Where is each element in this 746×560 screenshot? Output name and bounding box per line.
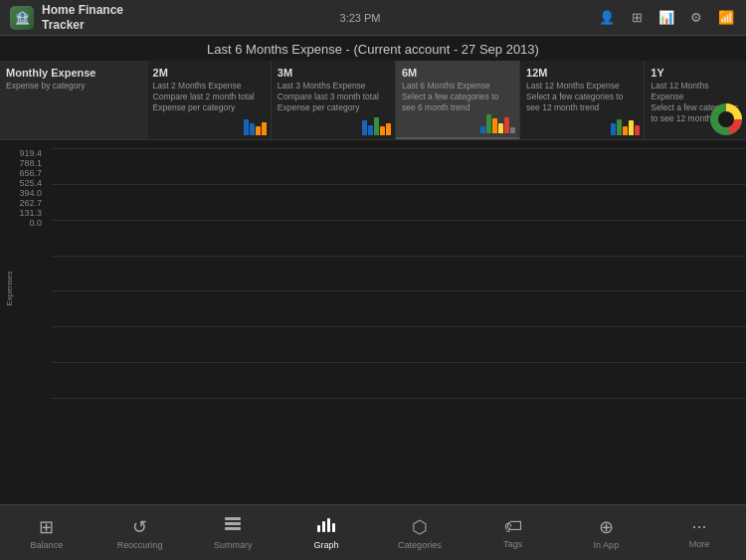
balance-icon: ⊞ xyxy=(39,516,54,538)
period-2m-label: 2M xyxy=(153,67,265,79)
nav-categories[interactable]: ⬡ Categories xyxy=(373,505,466,560)
period-selector: Monthly Expense Expense by category 2M L… xyxy=(0,61,746,140)
x-axis-label: grooming xyxy=(653,427,696,429)
app-title: Home Finance Tracker xyxy=(42,3,123,32)
settings-icon[interactable]: ⚙ xyxy=(686,10,706,26)
x-axis-label: Gifts xyxy=(285,427,329,429)
chart-icon[interactable]: 📊 xyxy=(656,10,676,26)
grid-icon[interactable]: ⊞ xyxy=(627,10,647,26)
nav-summary-label: Summary xyxy=(214,540,253,550)
nav-tags-label: Tags xyxy=(503,539,522,549)
period-1y-pie xyxy=(710,103,742,135)
summary-icon xyxy=(223,515,243,538)
chart-inner: Auto Maintena...ClothingDining OutEntert… xyxy=(52,148,746,429)
svg-rect-8 xyxy=(332,523,335,532)
more-icon: ··· xyxy=(692,516,707,537)
nav-summary[interactable]: Summary xyxy=(187,505,280,560)
wifi-icon: 📶 xyxy=(716,10,736,26)
x-axis-label: domestic utili... xyxy=(561,427,605,429)
x-axis-label: Work xyxy=(468,427,512,429)
nav-graph-label: Graph xyxy=(314,540,339,550)
period-card-1y[interactable]: 1Y Last 12 Months Expense Select a few c… xyxy=(645,61,746,139)
x-axis-label: gadgets xyxy=(607,427,651,429)
svg-rect-3 xyxy=(225,522,241,525)
y-label-3: 525.4 xyxy=(19,178,42,188)
top-bar-actions: 👤 ⊞ 📊 ⚙ 📶 xyxy=(597,10,736,26)
nav-more[interactable]: ··· More xyxy=(653,505,746,560)
y-label-7: 0.0 xyxy=(29,218,42,228)
svg-rect-4 xyxy=(225,527,241,530)
y-label-6: 131.3 xyxy=(19,208,42,218)
nav-balance[interactable]: ⊞ Balance xyxy=(0,505,93,560)
chart-title: Last 6 Months Expense - (Current account… xyxy=(0,36,746,61)
x-axis-label: Clothing xyxy=(101,427,145,429)
app-branding: 🏦 Home Finance Tracker xyxy=(10,3,123,32)
nav-tags[interactable]: 🏷 Tags xyxy=(466,505,560,560)
bars-container xyxy=(52,148,746,399)
nav-categories-label: Categories xyxy=(398,540,442,550)
clock: 3:23 PM xyxy=(340,12,381,24)
x-axis-label: Food & Groceri... xyxy=(240,427,283,429)
top-bar: 🏦 Home Finance Tracker 3:23 PM 👤 ⊞ 📊 ⚙ 📶 xyxy=(0,0,746,36)
inapp-icon: ⊕ xyxy=(599,516,614,538)
period-3m-mini xyxy=(362,105,391,135)
x-axis-label: car fuel xyxy=(514,427,558,429)
nav-inapp-label: In App xyxy=(594,540,620,550)
reoccuring-icon: ↺ xyxy=(132,516,147,538)
graph-icon xyxy=(315,515,337,538)
period-6m-mini xyxy=(480,103,515,133)
x-axis-label: Property xyxy=(331,427,375,429)
nav-more-label: More xyxy=(689,539,710,549)
x-axis-label: Savings xyxy=(377,427,421,429)
svg-rect-6 xyxy=(322,521,325,532)
x-axis: Auto Maintena...ClothingDining OutEntert… xyxy=(52,427,746,429)
svg-rect-7 xyxy=(327,518,330,532)
period-6m-label: 6M xyxy=(402,67,513,79)
nav-graph[interactable]: Graph xyxy=(280,505,373,560)
period-12m-mini xyxy=(611,105,640,135)
y-label-1: 788.1 xyxy=(19,158,42,168)
period-1y-label: 1Y xyxy=(651,67,740,79)
period-card-6m[interactable]: 6M Last 6 Months Expense Select a few ca… xyxy=(396,61,520,139)
nav-reoccuring[interactable]: ↺ Reoccuring xyxy=(93,505,187,560)
period-3m-label: 3M xyxy=(278,67,389,79)
main-chart: Expenses 919.4 788.1 656.7 525.4 394.0 2… xyxy=(0,140,746,429)
bottom-nav: ⊞ Balance ↺ Reoccuring Summary Graph ⬡ C… xyxy=(0,504,746,560)
x-axis-label: Dining Out xyxy=(147,427,191,429)
y-label-2: 656.7 xyxy=(19,168,42,178)
svg-point-1 xyxy=(718,111,734,127)
x-axis-label: medical xyxy=(698,427,742,429)
y-axis-container: Expenses 919.4 788.1 656.7 525.4 394.0 2… xyxy=(0,148,52,429)
nav-balance-label: Balance xyxy=(31,540,64,550)
svg-rect-5 xyxy=(317,525,320,532)
period-card-3m[interactable]: 3M Last 3 Months Expense Compare last 3 … xyxy=(272,61,396,139)
svg-rect-2 xyxy=(225,517,241,520)
categories-icon: ⬡ xyxy=(412,516,428,538)
y-label-4: 394.0 xyxy=(19,188,42,198)
y-axis: 919.4 788.1 656.7 525.4 394.0 262.7 131.… xyxy=(0,148,48,258)
app-icon: 🏦 xyxy=(10,6,34,30)
period-card-monthly[interactable]: Monthly Expense Expense by category xyxy=(0,61,147,139)
x-axis-label: Travel xyxy=(423,427,466,429)
period-card-2m[interactable]: 2M Last 2 Months Expense Compare last 2 … xyxy=(147,61,272,139)
period-12m-label: 12M xyxy=(526,67,638,79)
tags-icon: 🏷 xyxy=(504,516,522,537)
y-axis-title: Expenses xyxy=(5,271,14,305)
period-monthly-label: Monthly Expense xyxy=(6,67,140,79)
y-label-5: 262.7 xyxy=(19,198,42,208)
nav-inapp[interactable]: ⊕ In App xyxy=(560,505,653,560)
period-monthly-desc: Expense by category xyxy=(6,81,140,92)
x-axis-label: Entertainment xyxy=(193,427,237,429)
x-axis-label: Auto Maintena... xyxy=(56,427,99,429)
period-2m-mini xyxy=(244,105,267,135)
nav-reoccuring-label: Reoccuring xyxy=(117,540,163,550)
person-icon[interactable]: 👤 xyxy=(597,10,617,26)
period-card-12m[interactable]: 12M Last 12 Months Expense Select a few … xyxy=(520,61,645,139)
y-label-0: 919.4 xyxy=(19,148,42,158)
